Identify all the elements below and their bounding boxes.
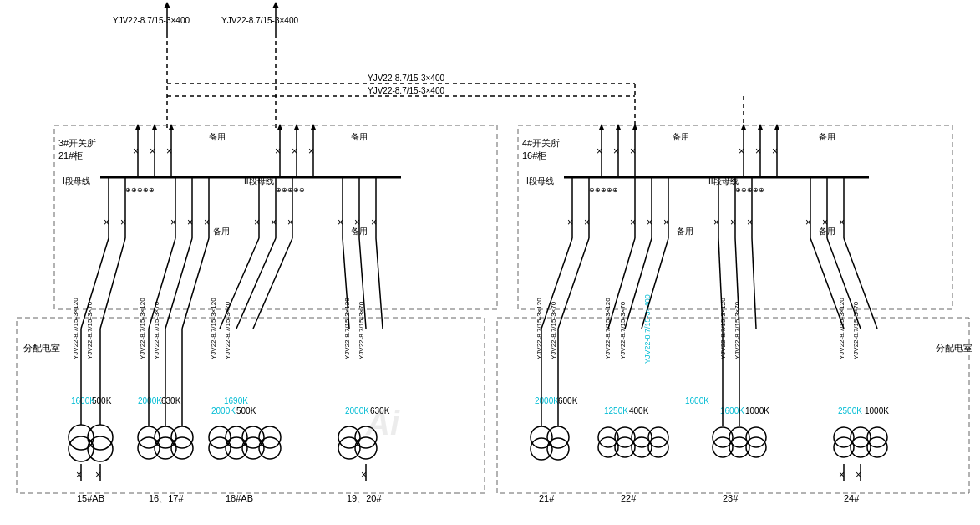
svg-line-131: [642, 238, 668, 329]
feeder-sw-2: ×: [120, 217, 126, 228]
rfeeder-sw-3: ×: [630, 217, 636, 228]
svg-marker-16: [169, 124, 174, 130]
sw-bottom-3: ×: [361, 469, 367, 481]
svg-line-134: [752, 238, 756, 329]
feeder-label-18ab: 18#AB: [226, 493, 253, 503]
rating-500k-2: 500K: [236, 406, 256, 415]
rrating-1600k-mid: 1600K: [685, 396, 709, 405]
svg-point-103: [547, 426, 569, 448]
rating-1690k: 1690K: [224, 396, 248, 405]
rrating-600k: 600K: [558, 396, 578, 405]
svg-point-101: [531, 426, 552, 448]
svg-marker-76: [599, 124, 604, 130]
svg-marker-3: [272, 2, 279, 8]
rsw-bottom-2: ×: [856, 469, 861, 481]
right-bus-I-label: I段母线: [526, 176, 554, 186]
feeder-label-15ab: 15#AB: [77, 493, 104, 503]
sw-x5: ×: [292, 145, 297, 157]
right-bus-tap-1: ⊕⊕⊕⊕⊕: [589, 186, 618, 194]
transformer-4: [88, 436, 113, 461]
rfeeder-sw-9: ×: [805, 217, 811, 228]
rfeeder-sw-2: ×: [584, 217, 590, 228]
right-feeder-spare2: 备用: [819, 227, 835, 236]
left-feeder-spare2: 备用: [351, 227, 368, 236]
right-switchroom-name: 4#开关所: [522, 138, 560, 148]
transformer-3: [88, 425, 113, 450]
right-spare2: 备用: [819, 132, 835, 141]
rfeeder-sw-4: ×: [647, 217, 652, 228]
sw-bottom-2: ×: [95, 469, 101, 481]
cable-label-tr1: YJV22-8.7/15-3×400: [368, 74, 444, 83]
svg-line-137: [844, 238, 877, 329]
sw-bottom-1: ×: [76, 469, 82, 481]
rfeeder-sw-5: ×: [663, 217, 669, 228]
svg-line-67: [182, 238, 209, 329]
right-bus-tap-2: ⊕⊕⊕⊕⊕: [735, 186, 764, 194]
right-feeder-spare1: 备用: [677, 227, 693, 236]
rcable-22-2: YJV22-8.7/15-3×70: [619, 301, 627, 359]
svg-line-73: [376, 238, 383, 329]
sw-x1: ×: [133, 145, 139, 157]
cable-label-tr2: YJV22-8.7/15-3×400: [368, 86, 444, 95]
rfeeder-label-21: 21#: [539, 493, 555, 503]
svg-marker-23: [311, 124, 316, 130]
bus-tap-1: ⊕⊕⊕⊕⊕: [125, 186, 155, 194]
rcable-cyan: YJV22-8.7/15-3×400: [643, 294, 652, 364]
rrating-2000k: 2000K: [535, 396, 559, 405]
svg-line-65: [149, 238, 175, 329]
feeder-sw-1: ×: [104, 217, 109, 228]
svg-line-128: [558, 238, 589, 329]
rfeeder-sw-1: ×: [567, 217, 573, 228]
svg-line-68: [220, 238, 259, 329]
left-switchroom-name: 3#开关所: [58, 138, 96, 148]
rating-500k: 500K: [92, 396, 112, 405]
svg-marker-87: [774, 124, 779, 130]
right-distrib-label: 分配电室: [936, 343, 972, 353]
bus-tap-2: ⊕⊕⊕⊕⊕: [276, 186, 305, 194]
transformer-2: [69, 436, 94, 461]
rcable-21-2: YJV22-8.7/15-3×70: [550, 301, 557, 359]
rrating-1000k-24: 1000K: [865, 406, 889, 415]
left-switchroom-panel: 21#柜: [58, 150, 83, 161]
svg-line-70: [253, 238, 292, 329]
rating-2000k-2: 2000K: [211, 406, 236, 415]
svg-line-69: [236, 238, 276, 329]
rsw-x5: ×: [755, 145, 761, 157]
svg-marker-78: [616, 124, 621, 130]
rsw-bottom-1: ×: [839, 469, 845, 481]
rating-2000k-1: 2000K: [138, 396, 162, 405]
svg-marker-80: [632, 124, 637, 130]
rfeeder-label-23: 23#: [723, 493, 739, 503]
rfeeder-label-24: 24#: [844, 493, 860, 503]
feeder-sw-3: ×: [170, 217, 176, 228]
sw-x3: ×: [166, 145, 172, 157]
diagram-container: YJV22-8.7/15-3×400 YJV22-8.7/15-3×400 YJ…: [0, 0, 980, 525]
svg-marker-19: [277, 124, 282, 130]
rfeeder-sw-6: ×: [713, 217, 719, 228]
left-spare2: 备用: [351, 132, 368, 141]
feeder-sw-8: ×: [287, 217, 293, 228]
feeder-sw-5: ×: [204, 217, 210, 228]
svg-marker-1: [164, 2, 170, 8]
cable-15ab-1: YJV22-8.7/15-3×120: [72, 298, 79, 359]
left-bus-I-label: I段母线: [63, 176, 90, 186]
rrating-400k: 400K: [629, 406, 649, 415]
electrical-diagram: YJV22-8.7/15-3×400 YJV22-8.7/15-3×400 YJ…: [0, 0, 980, 525]
feeder-sw-7: ×: [271, 217, 277, 228]
feeder-sw-9: ×: [338, 217, 343, 228]
rcable-22-1: YJV22-8.7/15-3×120: [604, 298, 612, 359]
rcable-24-1: YJV22-8.7/15-3×120: [838, 298, 845, 359]
left-feeder-spare1: 备用: [213, 227, 230, 236]
right-switchroom-panel: 16#柜: [522, 150, 546, 161]
sw-x2: ×: [150, 145, 155, 157]
rsw-x3: ×: [630, 145, 636, 157]
feeder-label-1617: 16、17#: [149, 493, 184, 503]
svg-marker-21: [294, 124, 299, 130]
rsw-x1: ×: [597, 145, 602, 157]
feeder-sw-11: ×: [371, 217, 377, 228]
sw-x4: ×: [275, 145, 281, 157]
cable-label-tl1: YJV22-8.7/15-3×400: [113, 16, 190, 25]
rsw-x6: ×: [772, 145, 778, 157]
svg-marker-83: [741, 124, 746, 130]
rsw-x4: ×: [739, 145, 744, 157]
